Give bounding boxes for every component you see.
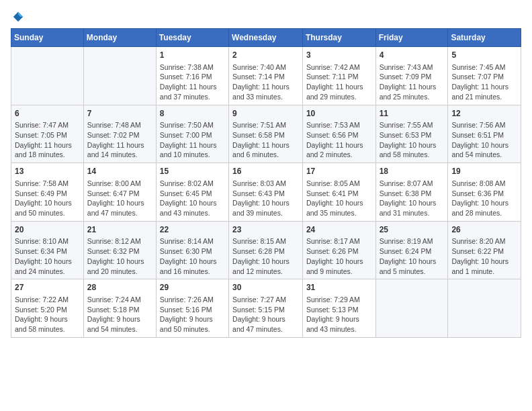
day-info: Sunrise: 7:26 AM Sunset: 5:16 PM Dayligh… [160,295,214,333]
day-number: 23 [232,224,299,236]
day-info: Sunrise: 7:47 AM Sunset: 7:05 PM Dayligh… [15,121,72,158]
day-info: Sunrise: 8:15 AM Sunset: 6:28 PM Dayligh… [232,237,290,275]
day-number: 28 [87,282,152,293]
header-tuesday: Tuesday [156,29,228,47]
day-info: Sunrise: 8:00 AM Sunset: 6:47 PM Dayligh… [87,179,144,217]
calendar-table: SundayMondayTuesdayWednesdayThursdayFrid… [11,28,521,338]
day-cell [11,47,84,105]
day-number: 3 [306,50,372,61]
day-number: 29 [160,282,225,293]
day-number: 20 [15,224,80,236]
day-cell: 28Sunrise: 7:24 AM Sunset: 5:18 PM Dayli… [83,279,156,338]
day-cell: 24Sunrise: 8:17 AM Sunset: 6:26 PM Dayli… [302,221,375,279]
day-cell [375,279,448,338]
day-cell: 4Sunrise: 7:43 AM Sunset: 7:09 PM Daylig… [375,47,448,105]
day-number: 22 [160,224,225,236]
day-info: Sunrise: 8:07 AM Sunset: 6:38 PM Dayligh… [380,179,437,217]
day-cell: 26Sunrise: 8:20 AM Sunset: 6:22 PM Dayli… [448,221,521,279]
day-cell: 20Sunrise: 8:10 AM Sunset: 6:34 PM Dayli… [11,221,84,279]
day-number: 31 [306,282,372,293]
day-info: Sunrise: 8:08 AM Sunset: 6:36 PM Dayligh… [451,179,508,217]
day-number: 18 [380,166,445,177]
day-number: 27 [15,282,80,293]
day-cell: 30Sunrise: 7:27 AM Sunset: 5:15 PM Dayli… [229,279,303,338]
day-number: 24 [306,224,372,236]
day-info: Sunrise: 7:51 AM Sunset: 6:58 PM Dayligh… [232,121,290,158]
day-cell: 2Sunrise: 7:40 AM Sunset: 7:14 PM Daylig… [229,47,303,105]
header-saturday: Saturday [448,29,521,47]
day-number: 25 [380,224,445,236]
day-info: Sunrise: 7:45 AM Sunset: 7:07 PM Dayligh… [451,63,508,101]
day-number: 14 [87,166,152,177]
day-number: 26 [451,224,517,236]
header-monday: Monday [83,29,156,47]
day-cell: 17Sunrise: 8:05 AM Sunset: 6:41 PM Dayli… [302,163,375,222]
day-info: Sunrise: 7:24 AM Sunset: 5:18 PM Dayligh… [87,295,141,333]
day-info: Sunrise: 7:56 AM Sunset: 6:51 PM Dayligh… [451,121,508,158]
week-row-3: 13Sunrise: 7:58 AM Sunset: 6:49 PM Dayli… [11,163,521,222]
day-info: Sunrise: 7:55 AM Sunset: 6:53 PM Dayligh… [380,121,437,158]
day-info: Sunrise: 7:43 AM Sunset: 7:09 PM Dayligh… [380,63,437,101]
day-number: 8 [160,108,225,120]
day-info: Sunrise: 7:29 AM Sunset: 5:13 PM Dayligh… [306,295,360,333]
day-cell: 14Sunrise: 8:00 AM Sunset: 6:47 PM Dayli… [83,163,156,222]
day-cell: 27Sunrise: 7:22 AM Sunset: 5:20 PM Dayli… [11,279,84,338]
day-number: 1 [160,50,225,61]
week-row-2: 6Sunrise: 7:47 AM Sunset: 7:05 PM Daylig… [11,105,521,163]
week-row-4: 20Sunrise: 8:10 AM Sunset: 6:34 PM Dayli… [11,221,521,279]
calendar-header-row: SundayMondayTuesdayWednesdayThursdayFrid… [11,29,521,47]
day-info: Sunrise: 7:58 AM Sunset: 6:49 PM Dayligh… [15,179,72,217]
day-cell: 18Sunrise: 8:07 AM Sunset: 6:38 PM Dayli… [375,163,448,222]
day-number: 30 [232,282,299,293]
day-info: Sunrise: 8:12 AM Sunset: 6:32 PM Dayligh… [87,237,144,275]
day-cell: 21Sunrise: 8:12 AM Sunset: 6:32 PM Dayli… [83,221,156,279]
day-number: 12 [451,108,517,120]
day-info: Sunrise: 7:22 AM Sunset: 5:20 PM Dayligh… [15,295,69,333]
day-number: 17 [306,166,372,177]
day-cell: 19Sunrise: 8:08 AM Sunset: 6:36 PM Dayli… [448,163,521,222]
day-info: Sunrise: 8:02 AM Sunset: 6:45 PM Dayligh… [160,179,217,217]
day-info: Sunrise: 7:38 AM Sunset: 7:16 PM Dayligh… [160,63,217,101]
day-cell [448,279,521,338]
day-number: 11 [380,108,445,120]
day-number: 5 [451,50,517,61]
day-info: Sunrise: 8:14 AM Sunset: 6:30 PM Dayligh… [160,237,217,275]
week-row-1: 1Sunrise: 7:38 AM Sunset: 7:16 PM Daylig… [11,47,521,105]
day-number: 15 [160,166,225,177]
day-info: Sunrise: 8:20 AM Sunset: 6:22 PM Dayligh… [451,237,508,275]
day-cell: 11Sunrise: 7:55 AM Sunset: 6:53 PM Dayli… [375,105,448,163]
day-info: Sunrise: 7:40 AM Sunset: 7:14 PM Dayligh… [232,63,290,101]
day-number: 4 [380,50,445,61]
page-header [11,11,521,23]
day-cell: 13Sunrise: 7:58 AM Sunset: 6:49 PM Dayli… [11,163,84,222]
day-info: Sunrise: 8:05 AM Sunset: 6:41 PM Dayligh… [306,179,363,217]
header-friday: Friday [375,29,448,47]
day-number: 2 [232,50,299,61]
day-number: 10 [306,108,372,120]
header-sunday: Sunday [11,29,84,47]
day-number: 7 [87,108,152,120]
day-info: Sunrise: 8:03 AM Sunset: 6:43 PM Dayligh… [232,179,290,217]
day-info: Sunrise: 8:17 AM Sunset: 6:26 PM Dayligh… [306,237,363,275]
day-cell: 29Sunrise: 7:26 AM Sunset: 5:16 PM Dayli… [156,279,228,338]
day-cell: 31Sunrise: 7:29 AM Sunset: 5:13 PM Dayli… [302,279,375,338]
day-cell: 22Sunrise: 8:14 AM Sunset: 6:30 PM Dayli… [156,221,228,279]
day-info: Sunrise: 7:50 AM Sunset: 7:00 PM Dayligh… [160,121,217,158]
day-cell: 23Sunrise: 8:15 AM Sunset: 6:28 PM Dayli… [229,221,303,279]
day-cell: 25Sunrise: 8:19 AM Sunset: 6:24 PM Dayli… [375,221,448,279]
day-number: 9 [232,108,299,120]
day-info: Sunrise: 8:10 AM Sunset: 6:34 PM Dayligh… [15,237,72,275]
day-info: Sunrise: 8:19 AM Sunset: 6:24 PM Dayligh… [380,237,437,275]
day-info: Sunrise: 7:48 AM Sunset: 7:02 PM Dayligh… [87,121,144,158]
day-cell: 12Sunrise: 7:56 AM Sunset: 6:51 PM Dayli… [448,105,521,163]
day-info: Sunrise: 7:53 AM Sunset: 6:56 PM Dayligh… [306,121,363,158]
day-number: 21 [87,224,152,236]
day-number: 6 [15,108,80,120]
day-info: Sunrise: 7:42 AM Sunset: 7:11 PM Dayligh… [306,63,363,101]
day-cell: 7Sunrise: 7:48 AM Sunset: 7:02 PM Daylig… [83,105,156,163]
week-row-5: 27Sunrise: 7:22 AM Sunset: 5:20 PM Dayli… [11,279,521,338]
day-cell: 15Sunrise: 8:02 AM Sunset: 6:45 PM Dayli… [156,163,228,222]
day-number: 13 [15,166,80,177]
logo [11,11,24,23]
day-cell: 8Sunrise: 7:50 AM Sunset: 7:00 PM Daylig… [156,105,228,163]
